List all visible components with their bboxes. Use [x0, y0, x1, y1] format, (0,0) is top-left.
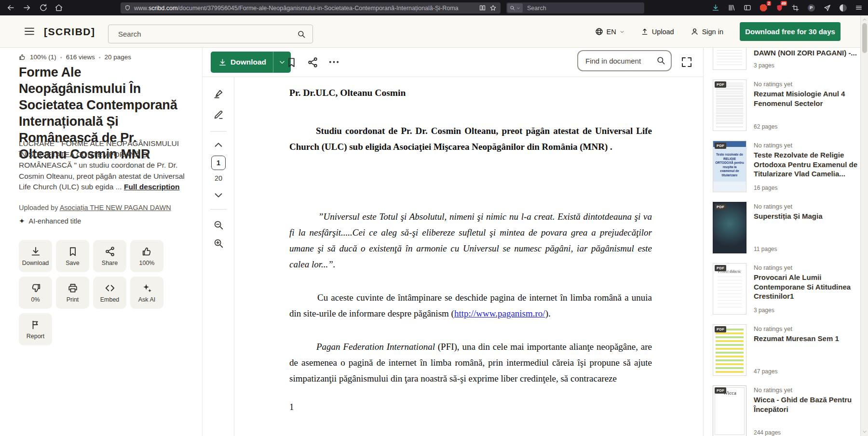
related-document-card[interactable]: PDF No ratings yet Superstiția Și Magia …: [713, 202, 860, 253]
related-title[interactable]: Wicca - Ghid de Bază Pentru Începători: [754, 395, 860, 414]
home-icon[interactable]: [54, 3, 63, 12]
document-page[interactable]: Pr. Dr.ULC, Olteanu Cosmin Studiu coordo…: [234, 77, 693, 436]
screenshot-crop-icon[interactable]: [791, 3, 800, 12]
uploader-link[interactable]: Asociația THE NEW PAGAN DAWN: [60, 204, 171, 211]
bookmark-star-icon[interactable]: [489, 4, 497, 12]
related-title[interactable]: Rezumat Muresan Sem 1: [754, 334, 860, 344]
print-action-button[interactable]: Print: [56, 277, 89, 309]
sidebar-toggle-icon[interactable]: [743, 3, 752, 12]
browser-toolbar: www.scribd.com/document/379956045/Forme-…: [0, 0, 868, 15]
share-action-button[interactable]: Share: [93, 240, 126, 272]
site-search[interactable]: [108, 25, 313, 43]
related-document-thumbnail[interactable]: PDF: [713, 202, 746, 253]
thumbs-up-icon: [19, 53, 26, 61]
tracking-shield-icon[interactable]: [124, 5, 131, 11]
adblock-badge: 2: [767, 1, 771, 6]
signin-button[interactable]: Sign in: [691, 27, 723, 36]
ai-enhanced-note: ✦AI-enhanced title: [19, 217, 81, 225]
fullscreen-icon[interactable]: [681, 56, 692, 68]
related-document-card[interactable]: PDF DAWN (NOII ZORI PAGANI) -... 3 pages: [713, 48, 860, 70]
library-icon[interactable]: [727, 3, 736, 12]
send-tab-icon[interactable]: [823, 3, 831, 12]
download-split-button[interactable]: Download: [211, 52, 291, 73]
scroll-up-icon[interactable]: [862, 17, 867, 22]
account-icon[interactable]: [839, 3, 847, 12]
related-document-card[interactable]: PDF Wicca No ratings yet Wicca - Ghid de…: [713, 385, 860, 436]
full-description-link[interactable]: Full description: [124, 183, 179, 191]
language-selector[interactable]: EN: [595, 27, 624, 36]
chevron-down-icon: [516, 6, 520, 10]
rating-percent: 100% (1): [30, 53, 56, 61]
adblock-extension-icon[interactable]: 2: [759, 3, 768, 12]
viewer-tool-strip: 1 20: [203, 77, 234, 436]
related-document-thumbnail[interactable]: PDF Wicca: [713, 385, 746, 436]
page-scrollbar[interactable]: [860, 15, 868, 436]
current-page-input[interactable]: 1: [211, 156, 226, 170]
related-document-card[interactable]: PDF Proiect didactic No ratings yet Prov…: [713, 263, 860, 315]
share-icon[interactable]: [307, 57, 318, 68]
document-info-panel: 100% (1) • 616 views • 20 pages Forme Al…: [0, 48, 203, 436]
find-in-document[interactable]: [577, 50, 672, 71]
report-action-button[interactable]: Report: [19, 313, 52, 345]
related-document-thumbnail[interactable]: PDF: [713, 324, 746, 376]
reader-mode-icon[interactable]: [479, 4, 486, 12]
pocket-icon[interactable]: P: [807, 3, 815, 12]
related-title[interactable]: Teste Rezolvate de Religie Ortodoxa Pent…: [754, 150, 860, 179]
paganism-link[interactable]: http://www.paganism.ro/: [454, 308, 545, 318]
search-icon[interactable]: [656, 56, 665, 65]
site-search-input[interactable]: [108, 25, 312, 43]
pencil-tool-icon[interactable]: [213, 109, 224, 120]
embed-action-button[interactable]: Embed: [93, 277, 126, 309]
downloads-icon[interactable]: [711, 3, 720, 12]
globe-icon: [595, 27, 603, 36]
reload-icon[interactable]: [39, 3, 48, 12]
next-page-icon[interactable]: [213, 190, 224, 200]
url-text: www.scribd.com/document/379956045/Forme-…: [134, 5, 475, 12]
person-icon: [691, 27, 699, 36]
ask-ai-action-button[interactable]: Ask AI: [130, 277, 163, 309]
zoom-out-icon[interactable]: [213, 220, 224, 230]
related-document-thumbnail[interactable]: PDF Proiect didactic: [713, 263, 746, 315]
related-title[interactable]: Provocari Ale Lumii Contemporane Si Atit…: [754, 273, 860, 301]
download-action-button[interactable]: Download: [19, 240, 52, 272]
search-engine-chip[interactable]: [507, 3, 523, 13]
scrollbar-thumb[interactable]: [862, 23, 867, 53]
previous-page-icon[interactable]: [213, 140, 224, 150]
share-icon: [105, 246, 115, 257]
shield-extension-icon[interactable]: 49: [775, 3, 784, 12]
related-document-card[interactable]: PDF No ratings yet Rezumat Misiologie An…: [713, 79, 860, 131]
download-free-trial-button[interactable]: Download free for 30 days: [740, 22, 841, 41]
upvote-action-button[interactable]: 100%: [130, 240, 163, 272]
hamburger-menu-icon[interactable]: [24, 27, 35, 35]
related-document-thumbnail[interactable]: PDF: [713, 48, 746, 70]
scroll-down-icon[interactable]: [862, 429, 867, 434]
menu-icon[interactable]: [854, 3, 863, 12]
save-action-button[interactable]: Save: [56, 240, 89, 272]
code-icon: [105, 283, 115, 293]
related-document-thumbnail[interactable]: PDF: [713, 79, 746, 131]
related-rating: No ratings yet: [754, 325, 860, 332]
document-description: LUCRARE " FORME ALE NEOPĂGÂNISMULUI ÎN S…: [19, 138, 187, 193]
save-bookmark-icon[interactable]: [286, 57, 297, 68]
related-title[interactable]: Rezumat Misiologie Anul 4 Fenomenul Sect…: [754, 89, 860, 108]
related-page-count: 16 pages: [754, 185, 777, 191]
more-options-icon[interactable]: [328, 59, 339, 70]
thumbs-down-icon: [30, 283, 41, 293]
related-document-card[interactable]: PDF No ratings yet Rezumat Muresan Sem 1…: [713, 324, 860, 376]
related-document-thumbnail[interactable]: PDF Teste rezolvate de RELIGIE ORTODOXĂ …: [713, 141, 746, 192]
scribd-logo[interactable]: [SCRIBD]: [44, 26, 95, 38]
related-document-card[interactable]: PDF Teste rezolvate de RELIGIE ORTODOXĂ …: [713, 141, 860, 192]
address-bar[interactable]: www.scribd.com/document/379956045/Forme-…: [121, 2, 501, 13]
browser-search-bar[interactable]: Search: [506, 2, 644, 13]
downvote-action-button[interactable]: 0%: [19, 277, 52, 309]
search-icon[interactable]: [297, 30, 306, 39]
zoom-in-icon[interactable]: [213, 238, 224, 249]
back-icon[interactable]: [6, 3, 15, 12]
pdf-badge: PDF: [715, 326, 726, 332]
related-title[interactable]: DAWN (NOII ZORI PAGANI) -...: [754, 48, 860, 58]
view-count: 616 views: [66, 53, 95, 61]
forward-icon[interactable]: [23, 3, 31, 12]
upload-button[interactable]: Upload: [641, 28, 674, 36]
highlighter-tool-icon[interactable]: [213, 89, 224, 99]
related-title[interactable]: Superstiția Și Magia: [754, 211, 860, 221]
